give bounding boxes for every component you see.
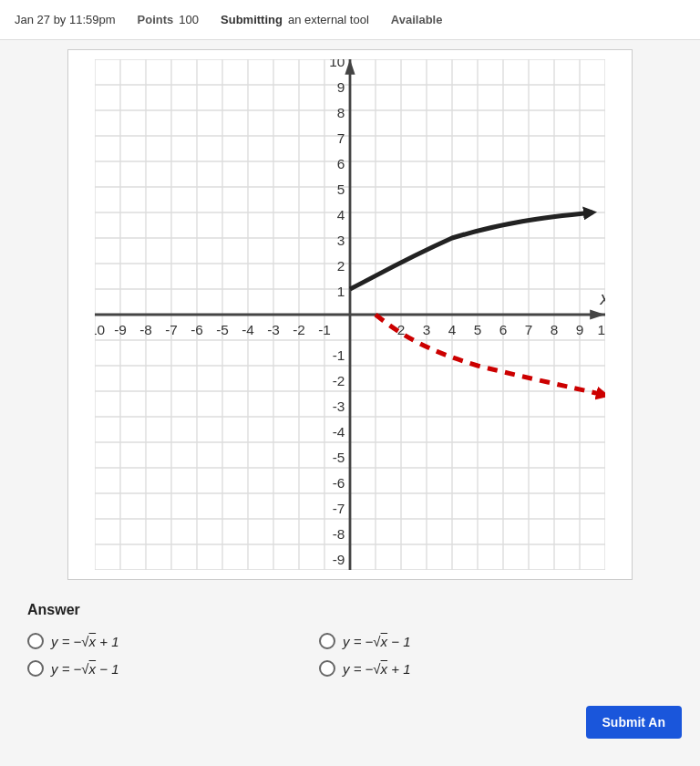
svg-text:7: 7	[525, 322, 533, 337]
svg-text:8: 8	[551, 322, 559, 337]
svg-text:-9: -9	[114, 322, 127, 337]
svg-text:-4: -4	[333, 424, 345, 440]
svg-text:-1: -1	[333, 347, 345, 363]
svg-text:-1: -1	[318, 322, 331, 337]
svg-text:8: 8	[337, 105, 345, 120]
svg-marker-44	[345, 59, 355, 75]
graph-container: x -10 -9 -8 -7 -6 -5 -4 -3 -2 -1 2 3 4	[67, 49, 633, 580]
points-value: 100	[179, 13, 199, 26]
due-date: Jan 27 by 11:59pm	[15, 13, 116, 26]
option-4-text: y = −√x + 1	[343, 661, 411, 677]
svg-text:-2: -2	[293, 322, 305, 337]
svg-text:10: 10	[329, 59, 345, 69]
svg-text:5: 5	[337, 181, 345, 197]
submit-button[interactable]: Submit An	[586, 706, 682, 739]
svg-text:9: 9	[337, 79, 345, 95]
submitting: Submitting an external tool	[221, 13, 369, 26]
option-2[interactable]: y = −√x − 1	[27, 660, 283, 677]
available: Available	[391, 13, 443, 26]
svg-text:4: 4	[448, 322, 457, 337]
option-4[interactable]: y = −√x + 1	[319, 660, 574, 677]
option-1[interactable]: y = −√x + 1	[27, 633, 283, 649]
submitting-value: an external tool	[288, 13, 369, 26]
option-2-text: y = −√x − 1	[51, 661, 119, 677]
red-dashed-curve	[376, 315, 605, 395]
option-3[interactable]: y = −√x − 1	[319, 633, 574, 649]
svg-text:-9: -9	[333, 552, 345, 567]
points: Points 100	[138, 13, 199, 26]
svg-text:-6: -6	[333, 475, 345, 491]
svg-text:10: 10	[597, 322, 605, 337]
svg-text:1: 1	[337, 284, 345, 299]
answer-label: Answer	[27, 602, 673, 618]
radio-option-4[interactable]	[319, 660, 335, 677]
radio-option-1[interactable]	[27, 633, 44, 649]
svg-text:-7: -7	[333, 501, 345, 516]
option-1-text: y = −√x + 1	[51, 634, 119, 649]
points-label: Points	[138, 13, 174, 26]
available-label: Available	[391, 13, 443, 26]
svg-text:-5: -5	[333, 450, 345, 465]
svg-text:x: x	[599, 288, 605, 308]
header-bar: Jan 27 by 11:59pm Points 100 Submitting …	[0, 0, 700, 40]
svg-text:7: 7	[337, 130, 345, 146]
svg-text:6: 6	[337, 156, 345, 171]
radio-option-2[interactable]	[27, 660, 44, 677]
svg-marker-41	[590, 309, 605, 319]
coordinate-graph: x -10 -9 -8 -7 -6 -5 -4 -3 -2 -1 2 3 4	[95, 59, 605, 570]
submitting-label: Submitting	[221, 13, 283, 26]
answer-options: y = −√x + 1 y = −√x − 1 y = −√x − 1	[27, 633, 574, 677]
due-date-value: Jan 27 by 11:59pm	[15, 13, 116, 26]
main-content: x -10 -9 -8 -7 -6 -5 -4 -3 -2 -1 2 3 4	[0, 40, 700, 695]
svg-text:-10: -10	[95, 322, 105, 337]
svg-text:-3: -3	[333, 399, 345, 414]
svg-text:6: 6	[499, 322, 508, 337]
svg-text:-8: -8	[333, 526, 345, 542]
black-sqrt-curve	[350, 212, 592, 289]
svg-text:3: 3	[423, 322, 431, 337]
svg-text:-2: -2	[333, 373, 345, 388]
svg-text:9: 9	[576, 322, 584, 337]
svg-text:-3: -3	[267, 322, 280, 337]
svg-text:-5: -5	[216, 322, 229, 337]
option-3-text: y = −√x − 1	[343, 634, 411, 649]
svg-text:-8: -8	[139, 322, 152, 337]
svg-text:5: 5	[474, 322, 482, 337]
svg-text:4: 4	[337, 207, 345, 223]
radio-option-3[interactable]	[319, 633, 335, 649]
svg-text:3: 3	[337, 233, 345, 248]
svg-text:2: 2	[337, 258, 345, 274]
svg-text:-7: -7	[165, 322, 178, 337]
answer-section: Answer y = −√x + 1 y = −√x − 1 y	[18, 602, 682, 677]
svg-text:-4: -4	[242, 322, 254, 337]
svg-text:-6: -6	[190, 322, 203, 337]
